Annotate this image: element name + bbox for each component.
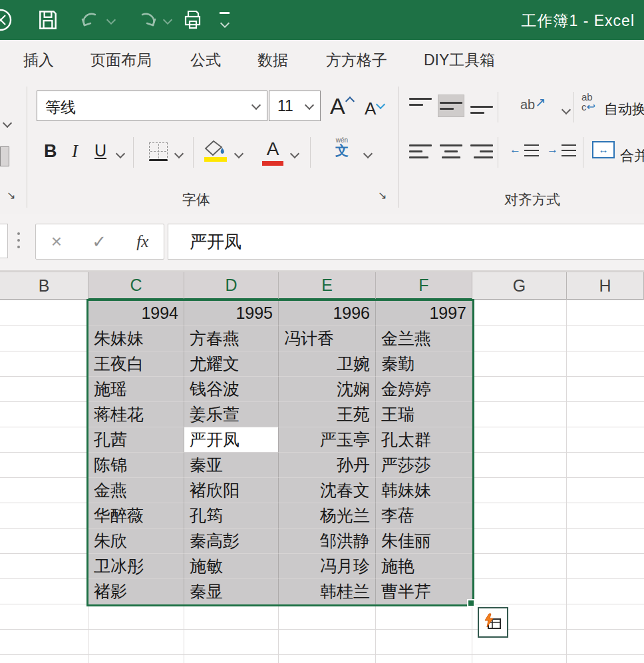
cell[interactable]: 华醉薇 [88,503,184,529]
orientation-dropdown-icon[interactable] [562,105,571,114]
merge-center-label[interactable]: 合并后居中 [620,146,644,165]
cell[interactable]: 金婷婷 [376,377,472,402]
cell[interactable]: 韩妹妹 [376,478,472,503]
quick-access-toolbar-dropdown-icon[interactable] [220,12,230,29]
column-header-e[interactable]: E [279,272,376,300]
fill-color-button[interactable] [204,140,228,160]
borders-dropdown-icon[interactable] [174,149,184,158]
cell[interactable]: 王苑 [279,402,376,427]
font-name-combobox[interactable]: 等线 [37,91,267,121]
column-header-h[interactable]: H [567,272,644,300]
align-center-button[interactable] [438,141,464,164]
cancel-icon[interactable]: × [51,231,62,252]
grid-area[interactable]: 1994199519961997朱妹妹方春燕冯计香金兰燕王夜白尤耀文卫婉秦勤施瑶… [0,300,644,663]
wrap-text-label[interactable]: 自动换行 [604,100,644,118]
cell[interactable]: 严莎莎 [376,453,472,478]
tab-formulas[interactable]: 公式 [190,50,221,71]
cell[interactable]: 韩桂兰 [279,579,376,604]
bold-button[interactable]: B [44,141,57,162]
cell[interactable]: 秦显 [184,579,279,604]
italic-button[interactable]: I [72,141,78,162]
cell[interactable]: 朱佳丽 [376,529,472,554]
cell[interactable]: 1994 [88,301,184,326]
tab-page-layout[interactable]: 页面布局 [90,50,152,71]
undo-icon[interactable] [79,9,102,31]
cell[interactable]: 秦勤 [376,351,472,377]
cell[interactable]: 卫婉 [279,351,376,377]
merge-center-button[interactable]: ↔ [592,141,615,158]
wrap-text-button[interactable]: ab c↩ [581,92,595,112]
cell[interactable]: 孔筠 [184,503,279,529]
clipboard-button-remnant[interactable] [0,146,9,166]
cell[interactable]: 施艳 [376,554,472,579]
cell[interactable]: 曹半芹 [376,579,472,604]
align-left-button[interactable] [407,141,434,164]
cell[interactable]: 褚影 [88,579,184,604]
tab-fangfang-gezi[interactable]: 方方格子 [326,50,387,71]
cell[interactable]: 姜乐萱 [184,402,279,427]
align-middle-button[interactable] [438,95,464,117]
cell[interactable]: 孔太群 [376,427,472,453]
cell[interactable]: 钱谷波 [184,377,279,402]
increase-font-size-button[interactable]: A [330,93,352,119]
cell[interactable]: 沈娴 [279,377,376,402]
decrease-font-size-button[interactable]: A [365,99,383,119]
undo-dropdown-icon[interactable] [106,15,116,25]
cell[interactable]: 严玉亭 [279,427,376,453]
chevron-down-icon[interactable] [305,101,314,110]
phonetic-dropdown-icon[interactable] [363,149,373,158]
print-preview-icon[interactable] [181,9,204,31]
cell[interactable]: 孙丹 [279,453,376,478]
underline-button[interactable]: U [94,141,106,160]
column-header-d[interactable]: D [184,272,279,300]
cell[interactable]: 褚欣阳 [184,478,279,503]
align-top-button[interactable] [407,95,434,117]
cell[interactable]: 金兰燕 [376,326,472,351]
cell[interactable]: 王瑞 [376,402,472,427]
cell[interactable]: 冯月珍 [279,554,376,579]
column-header-c[interactable]: C [88,272,184,300]
cell[interactable]: 施瑶 [88,377,184,402]
fill-handle[interactable] [467,599,475,607]
cell[interactable]: 秦高彭 [184,529,279,554]
cell[interactable]: 金燕 [88,478,184,503]
redo-dropdown-icon[interactable] [163,15,172,25]
cell[interactable]: 朱欣 [88,529,184,554]
decrease-indent-button[interactable]: ← [510,141,540,160]
cell[interactable]: 杨光兰 [279,503,376,529]
save-icon[interactable] [37,9,59,31]
font-size-combobox[interactable]: 11 [269,91,321,121]
orientation-button[interactable]: ab↗ [520,97,546,112]
column-header-g[interactable]: G [472,272,567,300]
increase-indent-button[interactable]: → [547,141,577,160]
cell[interactable]: 冯计香 [279,326,376,351]
cell[interactable]: 王夜白 [88,351,184,377]
cell[interactable]: 严开凤 [184,427,279,453]
redo-icon[interactable] [135,9,159,31]
tab-diy-toolbox[interactable]: DIY工具箱 [424,50,495,71]
confirm-icon[interactable]: ✓ [92,232,106,252]
cell[interactable]: 朱妹妹 [88,326,184,351]
column-header-f[interactable]: F [376,272,472,300]
cell[interactable]: 施敏 [184,554,279,579]
font-color-button[interactable]: A [262,138,283,160]
cell[interactable]: 卫冰彤 [88,554,184,579]
cell[interactable]: 1997 [376,301,472,326]
align-right-button[interactable] [468,141,495,164]
tab-data[interactable]: 数据 [257,50,288,71]
cell[interactable]: 邹洪静 [279,529,376,554]
clipboard-dialog-launcher-icon[interactable]: ↘ [7,189,15,202]
tab-insert[interactable]: 插入 [23,50,54,71]
cell[interactable]: 1996 [279,301,376,326]
cell[interactable]: 方春燕 [184,326,279,351]
cell[interactable]: 李蓓 [376,503,472,529]
chevron-down-icon[interactable] [251,101,261,110]
phonetic-guide-button[interactable]: wén 文 [327,137,357,157]
cell[interactable]: 孔茜 [88,427,184,453]
paste-dropdown-icon[interactable] [3,118,12,128]
cell[interactable]: 蒋桂花 [88,402,184,427]
fill-color-dropdown-icon[interactable] [234,149,243,158]
cell[interactable]: 陈锦 [88,453,184,478]
column-header-b[interactable]: B [0,272,88,300]
font-dialog-launcher-icon[interactable]: ↘ [378,189,387,202]
